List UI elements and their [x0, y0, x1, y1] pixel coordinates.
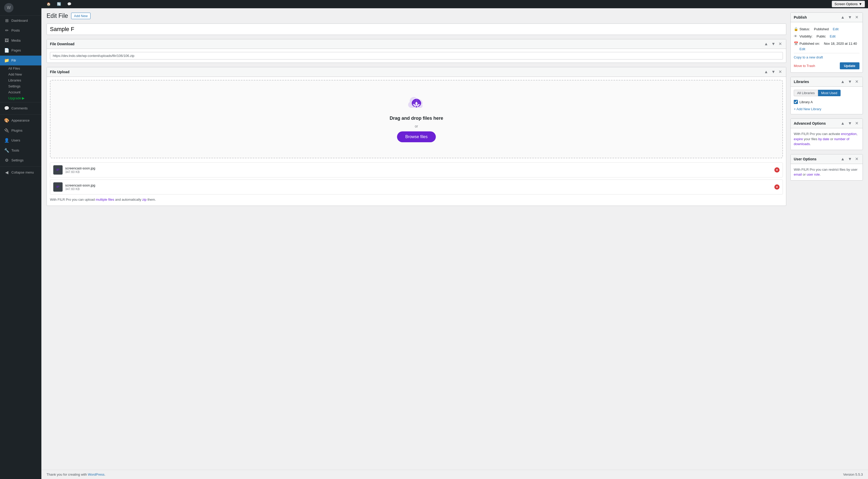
- sidebar-sub-upgrade[interactable]: Upgrade ▶: [0, 95, 41, 101]
- library-a-checkbox[interactable]: [794, 100, 798, 104]
- sidebar-navigation: ⊞ Dashboard ✏ Posts 🖼 Media 📄 Pages 📁 Fi…: [0, 16, 41, 479]
- sidebar-item-plugins[interactable]: 🔌 Plugins: [0, 126, 41, 135]
- user-options-collapse-down[interactable]: ▼: [847, 157, 853, 162]
- metabox-upload-collapse-down[interactable]: ▼: [770, 69, 776, 74]
- admin-bar-updates[interactable]: 🔄: [55, 2, 63, 6]
- screen-options-button[interactable]: Screen Options ▼: [832, 1, 865, 7]
- sidebar-sub-account[interactable]: Account: [0, 89, 41, 95]
- sidebar-item-users[interactable]: 👤 Users: [0, 135, 41, 146]
- most-used-tab[interactable]: Most Used: [818, 90, 841, 96]
- library-a-row: Library A: [794, 99, 860, 105]
- footer-suffix: .: [104, 473, 105, 476]
- advanced-collapse-up[interactable]: ▲: [840, 121, 846, 126]
- visibility-label: Visibility:: [800, 34, 812, 38]
- sidebar-item-tools[interactable]: 🔧 Tools: [0, 146, 41, 155]
- sidebar-item-appearance[interactable]: 🎨 Appearance: [0, 116, 41, 125]
- sidebar-item-settings[interactable]: ⚙ Settings: [0, 155, 41, 165]
- admin-bar-home[interactable]: 🏠: [44, 2, 53, 6]
- metabox-collapse-down[interactable]: ▼: [770, 41, 776, 46]
- publish-collapse-up[interactable]: ▲: [840, 15, 846, 20]
- browse-files-button[interactable]: Browse files: [397, 131, 436, 142]
- advanced-close[interactable]: ✕: [854, 121, 860, 126]
- admin-bar-comments[interactable]: 💬: [65, 2, 73, 6]
- file-info: screencast-soon.jpg 347.60 KB: [65, 166, 772, 174]
- pages-icon: 📄: [4, 47, 9, 53]
- user-role-link[interactable]: user role: [807, 172, 820, 177]
- pro-notice: With FILR Pro you can upload multiple fi…: [50, 197, 783, 202]
- libraries-collapse-up[interactable]: ▲: [840, 79, 846, 84]
- publish-date-edit-link[interactable]: Edit: [800, 47, 805, 51]
- email-link[interactable]: email: [794, 172, 802, 177]
- move-trash-link[interactable]: Move to Trash: [794, 64, 815, 68]
- file-remove-button[interactable]: ✕: [774, 167, 779, 172]
- metabox-collapse-up[interactable]: ▲: [763, 41, 769, 46]
- sidebar-item-collapse[interactable]: ◀ Collapse menu: [0, 168, 41, 178]
- sidebar-item-dashboard[interactable]: ⊞ Dashboard: [0, 16, 41, 26]
- file-item: screencast-soon.jpg 347.60 KB ✕: [50, 162, 783, 178]
- expire-link[interactable]: expire: [794, 137, 803, 141]
- file-title-input[interactable]: [46, 24, 786, 35]
- encryption-link[interactable]: encryption: [841, 132, 857, 136]
- update-button[interactable]: Update: [840, 62, 860, 69]
- sidebar-item-filr[interactable]: 📁 Filr: [0, 56, 41, 65]
- publish-close[interactable]: ✕: [854, 15, 860, 20]
- visibility-edit-link[interactable]: Edit: [830, 34, 835, 38]
- advanced-options-header: Advanced Options ▲ ▼ ✕: [790, 119, 863, 128]
- user-options-close[interactable]: ✕: [854, 157, 860, 162]
- metabox-close[interactable]: ✕: [777, 41, 783, 46]
- libraries-header: Libraries ▲ ▼ ✕: [790, 77, 863, 87]
- user-options-collapse-up[interactable]: ▲: [840, 157, 846, 162]
- sidebar-item-label: Collapse menu: [11, 170, 34, 175]
- file-item-2: screencast-soon.jpg 347.60 KB ✕: [50, 180, 783, 194]
- content-area: Edit File Add New File Download ▲ ▼ ✕: [41, 8, 868, 470]
- by-date-link[interactable]: by date: [818, 137, 830, 141]
- wordpress-link[interactable]: WordPress: [88, 473, 104, 476]
- all-libraries-tab[interactable]: All Libraries: [794, 90, 818, 96]
- file-upload-metabox: File Upload ▲ ▼ ✕: [46, 67, 786, 206]
- library-a-label: Library A: [800, 100, 813, 104]
- advanced-text-middle: ,: [857, 132, 858, 136]
- file-name: screencast-soon.jpg: [65, 166, 772, 170]
- settings-icon: ⚙: [4, 158, 9, 163]
- sidebar-item-media[interactable]: 🖼 Media: [0, 36, 41, 45]
- user-options-metabox: User Options ▲ ▼ ✕ With FILR Pro you can…: [790, 154, 863, 181]
- user-text-suffix: .: [819, 172, 821, 177]
- footer-thank-you: Thank you for creating with WordPress.: [46, 473, 105, 476]
- publish-collapse-down[interactable]: ▼: [847, 15, 853, 20]
- sidebar-item-pages[interactable]: 📄 Pages: [0, 45, 41, 55]
- sidebar-item-posts[interactable]: ✏ Posts: [0, 26, 41, 35]
- metabox-upload-collapse-up[interactable]: ▲: [763, 69, 769, 74]
- add-library-link[interactable]: + Add New Library: [794, 107, 860, 111]
- publish-divider: [794, 53, 860, 53]
- metabox-upload-close[interactable]: ✕: [777, 69, 783, 74]
- sidebar-sub-libraries[interactable]: Libraries: [0, 77, 41, 83]
- status-edit-link[interactable]: Edit: [833, 27, 838, 31]
- sidebar-sub-settings[interactable]: Settings: [0, 83, 41, 89]
- sidebar-divider-2: [0, 114, 41, 115]
- file-download-content: [47, 49, 786, 63]
- upload-dropzone[interactable]: Drag and drop files here or Browse files: [50, 80, 783, 158]
- copy-draft-link[interactable]: Copy to a new draft: [794, 55, 860, 59]
- publish-controls: ▲ ▼ ✕: [840, 15, 860, 20]
- libraries-close[interactable]: ✕: [854, 79, 860, 84]
- sidebar-item-label: Posts: [11, 28, 20, 33]
- file-icon-inner-2: [53, 182, 63, 192]
- multiple-files-link[interactable]: multiple files: [96, 198, 114, 201]
- sidebar-sub-add-new[interactable]: Add New: [0, 71, 41, 77]
- file-icon-inner: [53, 165, 63, 174]
- advanced-collapse-down[interactable]: ▼: [847, 121, 853, 126]
- footer-prefix: Thank you for creating with: [46, 473, 88, 476]
- file-url-input[interactable]: [50, 52, 783, 60]
- libraries-collapse-down[interactable]: ▼: [847, 79, 853, 84]
- file-remove-button-2[interactable]: ✕: [774, 184, 779, 190]
- user-options-header: User Options ▲ ▼ ✕: [790, 154, 863, 164]
- svg-rect-5: [56, 186, 60, 187]
- screen-options-wrapper: Screen Options ▼: [832, 1, 865, 7]
- user-text-prefix: With FILR Pro you can restrict files by …: [794, 168, 858, 171]
- sidebar-sub-all-files[interactable]: All Files: [0, 65, 41, 71]
- page-header: Edit File Add New: [46, 12, 786, 20]
- sidebar-item-comments[interactable]: 💬 Comments: [0, 103, 41, 113]
- visibility-value: Public: [816, 34, 826, 38]
- add-new-button[interactable]: Add New: [71, 13, 91, 19]
- zip-link[interactable]: zip: [142, 198, 147, 201]
